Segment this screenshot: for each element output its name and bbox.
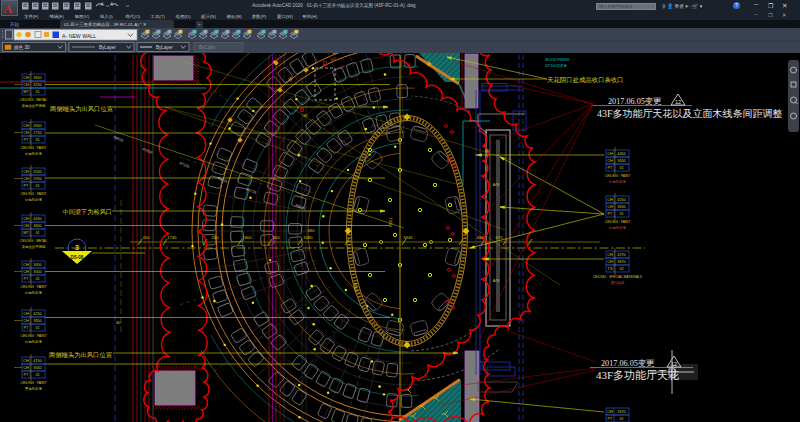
svg-text:01: 01 xyxy=(619,417,623,421)
svg-text:4150: 4150 xyxy=(33,359,41,363)
svg-text:4450: 4450 xyxy=(33,217,41,221)
svg-text:白色乳胶漆: 白色乳胶漆 xyxy=(25,197,43,202)
svg-text:CH: CH xyxy=(23,124,29,128)
svg-text:4450: 4450 xyxy=(617,152,625,156)
svg-text:WOOD FINISH: WOOD FINISH xyxy=(545,58,570,62)
svg-text:3250: 3250 xyxy=(33,83,41,87)
svg-text:01: 01 xyxy=(35,277,39,281)
svg-text:CH: CH xyxy=(23,366,29,370)
svg-text:CEILING : PAINT: CEILING : PAINT xyxy=(20,285,46,289)
svg-text:3050: 3050 xyxy=(33,366,41,370)
svg-text:1745: 1745 xyxy=(167,235,177,240)
svg-text:CH: CH xyxy=(607,159,613,163)
svg-text:CH: CH xyxy=(607,260,613,264)
svg-text:670: 670 xyxy=(496,235,504,240)
svg-text:3645: 3645 xyxy=(403,235,413,240)
svg-text:PT: PT xyxy=(24,184,30,188)
svg-text:01: 01 xyxy=(35,326,39,330)
svg-text:1680: 1680 xyxy=(303,235,313,240)
svg-text:白色乳胶漆: 白色乳胶漆 xyxy=(25,290,43,295)
svg-text:3650: 3650 xyxy=(617,205,625,209)
svg-text:30: 30 xyxy=(485,148,490,153)
svg-text:01: 01 xyxy=(619,212,623,216)
svg-text:PT: PT xyxy=(24,277,30,281)
svg-text:7200: 7200 xyxy=(388,217,393,227)
svg-text:3650: 3650 xyxy=(617,159,625,163)
svg-text:PT: PT xyxy=(608,417,614,421)
svg-text:CEILING : PAINT: CEILING : PAINT xyxy=(20,192,46,196)
svg-text:4250: 4250 xyxy=(617,198,625,202)
svg-text:A- NEW WALL: A- NEW WALL xyxy=(62,33,96,39)
svg-text:CH: CH xyxy=(23,312,29,316)
svg-text:CH: CH xyxy=(23,224,29,228)
svg-text:02: 02 xyxy=(619,267,623,271)
svg-text:CH: CH xyxy=(607,152,613,156)
svg-text:CH: CH xyxy=(607,253,613,257)
svg-text:天花阴口处成品收口条收口: 天花阴口处成品收口条收口 xyxy=(547,76,624,84)
svg-text:01: 01 xyxy=(35,231,39,235)
svg-text:20*100实木条: 20*100实木条 xyxy=(545,63,568,68)
svg-text:A/R: A/R xyxy=(493,183,500,187)
svg-text:30: 30 xyxy=(303,113,308,118)
svg-text:颜色 30: 颜色 30 xyxy=(14,45,30,50)
svg-text:CEILING : PAINT: CEILING : PAINT xyxy=(605,174,630,178)
svg-text:CEILING : PAINT: CEILING : PAINT xyxy=(20,381,46,385)
svg-text:3550: 3550 xyxy=(33,170,41,174)
svg-text:4250: 4250 xyxy=(33,312,41,316)
svg-text:CH: CH xyxy=(23,319,29,323)
svg-text:300: 300 xyxy=(273,235,281,240)
svg-text:01: 01 xyxy=(619,166,623,170)
svg-text:2670: 2670 xyxy=(617,410,625,414)
svg-text:2750: 2750 xyxy=(33,131,41,135)
svg-text:200: 200 xyxy=(212,235,220,240)
svg-text:01: 01 xyxy=(35,90,39,94)
svg-text:CEILING : PAINT: CEILING : PAINT xyxy=(20,146,46,150)
svg-text:CH: CH xyxy=(607,205,613,209)
svg-text:灰色拉丝不锈钢: 灰色拉丝不锈钢 xyxy=(21,103,46,108)
svg-text:CH: CH xyxy=(607,198,613,202)
svg-text:30: 30 xyxy=(116,320,121,325)
svg-text:435: 435 xyxy=(477,235,485,240)
svg-text:白色乳胶漆: 白色乳胶漆 xyxy=(609,179,627,184)
svg-text:3050: 3050 xyxy=(33,270,41,274)
svg-text:PT: PT xyxy=(608,212,614,216)
svg-text:CH: CH xyxy=(23,83,29,87)
svg-text:透光软膜: 透光软膜 xyxy=(611,280,625,285)
svg-text:A/R: A/R xyxy=(493,279,500,283)
svg-text:ByColor: ByColor xyxy=(199,45,216,50)
svg-text:CEILING : SPECIAL MATERIALS: CEILING : SPECIAL MATERIALS xyxy=(593,275,643,279)
svg-text:01: 01 xyxy=(35,138,39,142)
svg-text:白色乳胶漆: 白色乳胶漆 xyxy=(25,339,43,344)
svg-text:白色乳胶漆: 白色乳胶漆 xyxy=(609,225,627,230)
svg-text:200: 200 xyxy=(143,235,151,240)
svg-text:白色乳胶漆: 白色乳胶漆 xyxy=(25,151,43,156)
svg-text:3350: 3350 xyxy=(33,124,41,128)
svg-text:ByLayer: ByLayer xyxy=(99,45,116,50)
svg-text:3: 3 xyxy=(75,244,79,251)
svg-text:01: 01 xyxy=(35,184,39,188)
svg-text:3670: 3670 xyxy=(617,260,625,264)
svg-text:PT: PT xyxy=(24,373,30,377)
svg-text:CH: CH xyxy=(23,177,29,181)
svg-text:680: 680 xyxy=(308,228,316,233)
svg-text:CEILING : PAINT: CEILING : PAINT xyxy=(605,220,630,224)
svg-text:1650: 1650 xyxy=(353,282,358,292)
svg-text:01: 01 xyxy=(35,373,39,377)
svg-text:CH: CH xyxy=(23,170,29,174)
svg-text:CEILING : METAL: CEILING : METAL xyxy=(20,98,48,102)
svg-text:12: 12 xyxy=(675,99,681,105)
svg-text:灰色拉丝不锈钢: 灰色拉丝不锈钢 xyxy=(21,244,46,249)
svg-text:43F多功能厅天花: 43F多功能厅天花 xyxy=(596,369,679,381)
svg-text:1600: 1600 xyxy=(242,235,252,240)
svg-text:CH: CH xyxy=(23,217,29,221)
svg-text:PT: PT xyxy=(24,326,30,330)
svg-text:CH: CH xyxy=(23,270,29,274)
svg-text:PT: PT xyxy=(608,166,614,170)
svg-text:MT: MT xyxy=(23,231,29,235)
svg-text:CH: CH xyxy=(23,263,29,267)
svg-text:PT: PT xyxy=(24,138,30,142)
svg-text:4270: 4270 xyxy=(617,253,625,257)
svg-text:12: 12 xyxy=(671,361,677,367)
svg-text:MT: MT xyxy=(23,90,29,94)
svg-text:2017.06.05变更: 2017.06.05变更 xyxy=(601,359,655,368)
